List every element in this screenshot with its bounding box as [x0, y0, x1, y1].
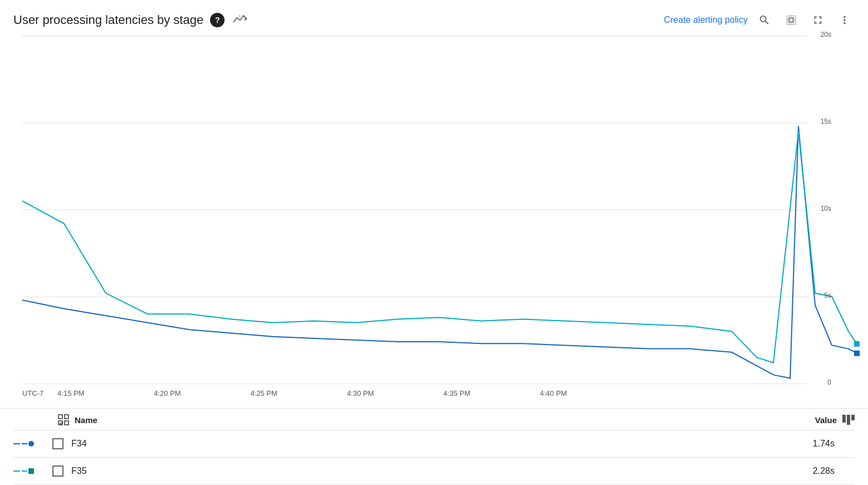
fullscreen-button[interactable] — [808, 10, 828, 30]
chart-line-f35 — [22, 132, 857, 363]
column-display-icon[interactable] — [842, 415, 855, 425]
legend-marker-f35 — [28, 468, 34, 474]
legend-name-f35: F35 — [71, 466, 813, 476]
y-axis-label: 5s — [824, 292, 835, 299]
legend-row-f35: F352.28s — [13, 458, 855, 485]
search-button[interactable] — [754, 10, 774, 30]
line-indicator-f34 — [13, 441, 47, 447]
create-alerting-policy-link[interactable]: Create alerting policy — [664, 15, 748, 25]
y-axis-label: 20s — [821, 31, 835, 38]
name-column-header: Name — [75, 415, 97, 425]
svg-rect-4 — [65, 415, 69, 419]
x-axis: UTC-74:15 PM4:20 PM4:25 PM4:30 PM4:35 PM… — [22, 389, 807, 406]
chart-endpoint-f35 — [854, 341, 860, 347]
x-axis-label: 4:35 PM — [443, 389, 470, 397]
line-indicator-f35 — [13, 468, 47, 474]
legend-value-f34: 1.74s — [813, 439, 835, 449]
grid-check-icon — [58, 414, 69, 425]
x-axis-label: 4:40 PM — [540, 389, 567, 397]
legend-rows: F341.74sF352.28s — [13, 430, 855, 485]
chart-header: User processing latencies by stage ? Cre… — [0, 0, 868, 36]
x-axis-label: 4:30 PM — [347, 389, 374, 397]
x-axis-label: 4:20 PM — [154, 389, 181, 397]
x-axis-label: 4:25 PM — [250, 389, 277, 397]
svg-rect-3 — [58, 415, 62, 419]
more-options-button[interactable] — [835, 10, 855, 30]
legend-checkbox-f34[interactable] — [52, 438, 64, 449]
x-axis-timezone: UTC-7 — [22, 389, 43, 397]
legend-marker-f34 — [28, 441, 34, 447]
chart-title: User processing latencies by stage — [13, 13, 203, 27]
legend-header: Name Value — [13, 409, 855, 430]
chart-endpoint-f34 — [854, 351, 860, 356]
chart-wrapper: 05s10s15s20s UTC-74:15 PM4:20 PM4:25 PM4… — [0, 36, 868, 406]
y-axis-label: 15s — [821, 118, 835, 125]
chart-svg — [22, 36, 857, 384]
y-axis-label: 0 — [827, 379, 835, 386]
trend-icon[interactable] — [232, 12, 248, 28]
help-icon[interactable]: ? — [210, 13, 225, 27]
chart-container: 05s10s15s20s UTC-74:15 PM4:20 PM4:25 PM4… — [22, 36, 835, 406]
value-column-header: Value — [815, 415, 837, 425]
legend-row-f34: F341.74s — [13, 430, 855, 458]
y-axis-label: 10s — [821, 205, 835, 212]
y-axis: 05s10s15s20s — [807, 36, 835, 384]
legend-name-header: Name — [58, 414, 815, 425]
legend-table: Name Value F341.74sF352.28s — [0, 408, 868, 485]
legend-button[interactable] — [781, 10, 801, 30]
chart-line-f34 — [22, 126, 857, 378]
svg-line-1 — [245, 19, 247, 20]
legend-checkbox-f35[interactable] — [52, 465, 64, 477]
legend-value-f35: 2.28s — [813, 466, 835, 476]
main-container: User processing latencies by stage ? Cre… — [0, 0, 868, 485]
svg-rect-6 — [65, 421, 69, 425]
legend-name-f34: F34 — [71, 439, 813, 449]
grid-line — [22, 384, 807, 384]
legend-value-header: Value — [815, 415, 855, 425]
x-axis-label: 4:15 PM — [57, 389, 84, 397]
